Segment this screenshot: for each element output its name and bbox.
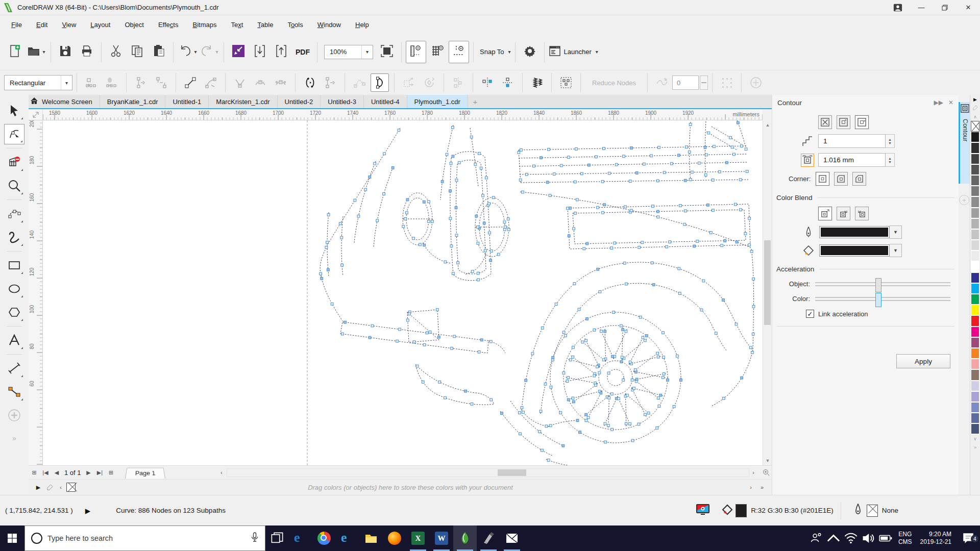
coreldraw-taskbar-icon[interactable] xyxy=(453,525,477,551)
add-page-before-button[interactable]: ⊞ xyxy=(29,467,40,478)
smooth-node-button[interactable] xyxy=(251,73,270,92)
copy-button[interactable] xyxy=(127,41,148,63)
fullscreen-preview-button[interactable] xyxy=(377,41,397,63)
print-button[interactable] xyxy=(77,41,97,63)
shape-tool[interactable] xyxy=(4,124,24,144)
palette-swatch-9[interactable] xyxy=(971,218,979,229)
account-icon[interactable] xyxy=(886,0,910,15)
redo-button[interactable]: ▾ xyxy=(199,41,219,63)
scroll-left-arrow[interactable]: ‹ xyxy=(216,467,227,478)
coords-flyout-icon[interactable]: ▶ xyxy=(85,507,90,515)
menu-table[interactable]: Table xyxy=(250,18,280,32)
curve-smoothness-input[interactable]: 0 xyxy=(672,76,699,90)
mitered-corners-button[interactable] xyxy=(816,172,829,186)
open-dropdown-caret[interactable]: ▾ xyxy=(42,49,45,55)
outline-color-picker[interactable] xyxy=(819,226,890,238)
palette-flyout-icon[interactable]: ▶ xyxy=(33,482,44,493)
snap-to-button[interactable]: Snap To▾ xyxy=(478,41,511,63)
reverse-direction-button[interactable] xyxy=(301,73,319,92)
reflect-nodes-horizontal-button[interactable] xyxy=(478,73,497,92)
tab-untitled-2[interactable]: Untitled-2 xyxy=(278,95,321,108)
palette-swatch-17[interactable] xyxy=(971,305,979,315)
show-grid-button[interactable] xyxy=(427,41,448,63)
language-indicator[interactable]: ENG CMS xyxy=(898,531,912,546)
rectangle-tool[interactable] xyxy=(4,255,24,276)
convert-to-curve-button[interactable] xyxy=(202,73,220,92)
palette-eyedropper-icon[interactable] xyxy=(972,104,978,112)
edge-taskbar-icon[interactable]: e xyxy=(289,525,312,551)
horizontal-scroll-thumb[interactable] xyxy=(498,469,526,476)
show-guidelines-button[interactable] xyxy=(449,41,469,63)
open-button[interactable]: ▾ xyxy=(26,41,46,63)
join-nodes-button[interactable] xyxy=(132,73,150,92)
cusp-node-button[interactable] xyxy=(231,73,249,92)
cut-button[interactable] xyxy=(106,41,126,63)
customize-plus-icon[interactable] xyxy=(747,73,765,92)
show-rulers-button[interactable] xyxy=(406,41,426,63)
palette-swatch-4[interactable] xyxy=(971,164,979,175)
apply-button[interactable]: Apply xyxy=(896,354,950,368)
docker-collapse-icon[interactable]: ▶▶ xyxy=(934,99,943,106)
vertical-scrollbar[interactable]: ▲ ▼ xyxy=(763,120,772,465)
palette-top-flyout-icon[interactable]: ▶ xyxy=(973,95,977,104)
vertical-ruler[interactable]: 2001801601401201008060 xyxy=(29,120,43,465)
quick-customize-icon[interactable]: + xyxy=(959,195,969,205)
fill-color-icon[interactable] xyxy=(721,504,733,517)
palette-swatch-5[interactable] xyxy=(971,175,979,186)
palette-swatch-25[interactable] xyxy=(971,391,979,402)
zoom-to-page-icon[interactable] xyxy=(761,467,772,478)
rotate-nodes-button[interactable] xyxy=(420,73,438,92)
drawing-canvas[interactable] xyxy=(43,120,763,465)
palette-swatch-6[interactable] xyxy=(971,186,979,196)
menu-bitmaps[interactable]: Bitmaps xyxy=(185,18,224,32)
palette-swatch-27[interactable] xyxy=(971,413,979,423)
palette-swatch-13[interactable] xyxy=(971,261,979,272)
search-content-button[interactable] xyxy=(228,41,249,63)
menu-window[interactable]: Window xyxy=(310,18,348,32)
application-launcher-button[interactable]: Launcher▾ xyxy=(549,41,598,63)
task-view-button[interactable] xyxy=(265,525,289,551)
options-button[interactable] xyxy=(520,41,540,63)
break-curve-button[interactable] xyxy=(152,73,170,92)
add-tools-button[interactable] xyxy=(4,405,24,425)
delete-node-button[interactable] xyxy=(103,73,121,92)
palette-swatch-24[interactable] xyxy=(971,381,979,391)
extend-curve-button[interactable] xyxy=(350,73,369,92)
tab-plymouth-1-cdr[interactable]: Plymouth_1.cdr xyxy=(407,95,468,108)
page-1-tab[interactable]: Page 1 xyxy=(125,468,165,479)
palette-swatch-21[interactable] xyxy=(971,348,979,359)
start-button[interactable] xyxy=(0,525,24,551)
menu-edit[interactable]: Edit xyxy=(29,18,55,32)
ruler-origin-corner[interactable] xyxy=(29,109,43,120)
scroll-down-arrow[interactable]: ▼ xyxy=(763,456,772,465)
palette-no-color-swatch[interactable] xyxy=(971,121,979,132)
previous-page-button[interactable]: ◀ xyxy=(51,467,62,478)
color-proof-icon[interactable] xyxy=(696,504,710,517)
outline-none-swatch[interactable] xyxy=(867,505,878,517)
stretch-nodes-button[interactable] xyxy=(400,73,418,92)
palette-swatch-1[interactable] xyxy=(971,132,979,142)
close-button[interactable]: ✕ xyxy=(957,0,980,15)
linear-blend-button[interactable] xyxy=(818,207,832,220)
undo-dropdown-caret[interactable]: ▾ xyxy=(194,49,197,55)
internet-explorer-taskbar-icon[interactable]: e xyxy=(336,525,359,551)
tab-untitled-4[interactable]: Untitled-4 xyxy=(364,95,407,108)
outline-color-caret[interactable]: ▼ xyxy=(890,226,902,239)
reflect-nodes-vertical-button[interactable] xyxy=(499,73,517,92)
close-curve-button[interactable] xyxy=(371,73,389,92)
firefox-taskbar-icon[interactable] xyxy=(383,525,406,551)
menu-tools[interactable]: Tools xyxy=(280,18,310,32)
menu-effects[interactable]: Effects xyxy=(151,18,186,32)
round-corners-button[interactable] xyxy=(834,172,848,186)
freehand-tool[interactable] xyxy=(4,204,24,224)
symmetrical-node-button[interactable] xyxy=(272,73,290,92)
mail-taskbar-icon[interactable] xyxy=(500,525,524,551)
counterclockwise-blend-button[interactable] xyxy=(855,207,869,220)
to-center-button[interactable] xyxy=(818,115,832,129)
node-alignment-grid-icon[interactable] xyxy=(718,73,736,92)
palette-swatch-19[interactable] xyxy=(971,327,979,337)
zoom-level-caret[interactable]: ▾ xyxy=(361,45,373,59)
action-center-icon[interactable]: 4 xyxy=(957,532,980,545)
new-document-button[interactable] xyxy=(5,41,25,63)
palette-swatch-2[interactable] xyxy=(971,142,979,153)
